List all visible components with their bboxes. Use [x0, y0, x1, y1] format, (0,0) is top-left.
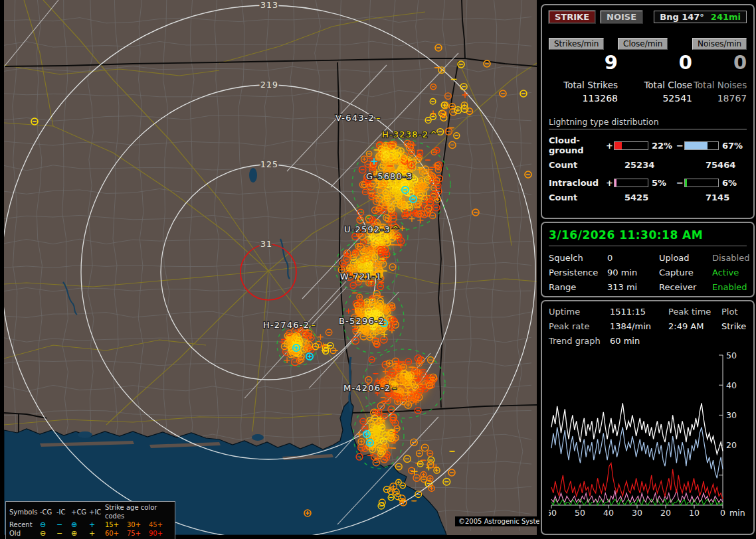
cg-minus-count: 75464 [706, 160, 735, 170]
cg-minus-pct: 67% [722, 141, 747, 151]
squelch-value: 0 [607, 253, 659, 263]
noise-mode-button[interactable]: NOISE [601, 11, 642, 23]
persistence-label: Persistence [549, 268, 607, 277]
strikes-per-min-value: 9 [549, 52, 618, 73]
bearing-range: 241mi [711, 12, 741, 22]
map-legend: Symbols -CG -IC +CG +IC Strike age color… [5, 501, 175, 539]
side-panel: STRIKE NOISE Bng 147° 241mi Strikes/min … [539, 0, 756, 539]
neg-ic-old-icon: − [56, 529, 71, 538]
legend-row-recent-label: Recent [9, 520, 40, 529]
ring-label-219: 219 [260, 80, 278, 90]
upload-status: Disabled [712, 253, 749, 263]
legend-symbols-header: Symbols [9, 508, 40, 516]
strikes-per-min-label[interactable]: Strikes/min [549, 38, 604, 50]
bearing-readout: Bng 147° 241mi [654, 11, 747, 23]
age-75: 75+ [127, 529, 149, 538]
total-noises-label: Total Noises [692, 80, 747, 90]
noises-per-min-value: 0 [692, 52, 747, 73]
trend-graph-label: Trend graph [549, 336, 610, 346]
svg-text:30: 30 [726, 410, 737, 420]
legend-col-pos-cg: +CG [71, 508, 89, 516]
cell-label-H-3238-2: H-3238-2^ [382, 129, 438, 139]
age-45: 45+ [149, 520, 169, 529]
svg-text:50: 50 [575, 508, 585, 518]
ic-minus-count: 7145 [706, 193, 729, 202]
pos-ic-recent-icon: + [89, 520, 105, 529]
total-strikes-label: Total Strikes [549, 80, 618, 90]
svg-text:20: 20 [726, 440, 737, 450]
uptime-label: Uptime [549, 307, 610, 317]
svg-text:50: 50 [726, 350, 737, 360]
range-label: Range [549, 282, 607, 292]
status-panel: 3/16/2026 11:30:18 AM Squelch 0 Upload D… [541, 222, 755, 297]
svg-text:30: 30 [632, 508, 642, 518]
plot-label: Plot [721, 307, 747, 317]
x-axis-unit: min [729, 508, 745, 518]
ic-minus-pct: 6% [722, 178, 747, 188]
map-viewport[interactable]: 31321912531V-643-2–H-3238-2^G-5680-3U-25… [4, 0, 537, 535]
cg-plus-count: 25234 [624, 160, 706, 170]
cloud-ground-label: Cloud-ground [549, 135, 606, 155]
neg-ic-recent-icon: − [56, 520, 71, 529]
copyright: ©2005 Astrogenic Systems [455, 516, 553, 526]
plus-sign: + [606, 141, 614, 151]
cloud-ground-counts: Count 25234 75464 [549, 160, 747, 170]
count-label: Count [549, 193, 624, 202]
peak-time-label: Peak time [668, 307, 721, 317]
cloud-ground-row: Cloud-ground + 22% − 67% [549, 135, 747, 155]
uptime-value: 1511:15 [610, 307, 668, 317]
ic-plus-count: 5425 [624, 193, 706, 202]
intracloud-label: Intracloud [549, 178, 606, 188]
svg-text:40: 40 [726, 380, 737, 390]
cell-label-U-2592-3: U-2592-3^ [344, 224, 400, 234]
noises-per-min-label[interactable]: Noises/min [692, 38, 747, 50]
peak-rate-label: Peak rate [549, 321, 610, 331]
close-per-min-label[interactable]: Close/min [618, 38, 668, 50]
map-svg[interactable]: 31321912531V-643-2–H-3238-2^G-5680-3U-25… [4, 0, 537, 535]
legend-col-pos-ic: +IC [89, 508, 105, 516]
capture-status: Active [712, 268, 749, 277]
cg-plus-bar [614, 141, 648, 150]
clock: 3/16/2026 11:30:18 AM [549, 228, 747, 246]
count-label: Count [549, 160, 624, 170]
peak-rate-value: 1384/min [610, 321, 668, 331]
legend-age-header: Strike age color codes [105, 503, 169, 520]
strike-mode-button[interactable]: STRIKE [549, 11, 595, 23]
svg-text:60: 60 [549, 508, 557, 518]
persistence-value: 90 min [607, 268, 659, 277]
svg-text:0: 0 [720, 508, 725, 518]
ic-plus-bar [614, 179, 648, 187]
pos-cg-old-icon: ⊕ [71, 529, 89, 538]
ring-label-125: 125 [260, 159, 278, 169]
age-60: 60+ [105, 529, 127, 538]
neg-cg-old-icon: ⊖ [40, 529, 56, 538]
range-value: 313 mi [607, 282, 659, 292]
minus-sign: − [676, 141, 684, 151]
trend-graph: 504030206050403020100min [549, 350, 747, 524]
svg-text:40: 40 [603, 508, 614, 518]
bearing-label: Bng 147° [660, 12, 704, 22]
cell-label-B-5296-2: B-5296-2 [339, 316, 385, 326]
cell-label-G-5680-3: G-5680-3 [366, 171, 413, 181]
svg-text:20: 20 [660, 508, 671, 518]
upload-label: Upload [659, 253, 712, 263]
counters-panel: STRIKE NOISE Bng 147° 241mi Strikes/min … [541, 4, 755, 219]
cg-plus-pct: 22% [652, 141, 676, 151]
age-90: 90+ [149, 529, 169, 538]
distribution-title: Lightning type distribution [549, 117, 747, 129]
trend-graph-duration: 60 min [610, 336, 668, 346]
peak-time-value: 2:49 AM [668, 321, 721, 331]
total-close-value: 52541 [618, 93, 692, 104]
intracloud-row: Intracloud + 5% − 6% [549, 178, 747, 188]
cg-minus-bar [684, 141, 719, 150]
plus-sign: + [606, 178, 614, 188]
legend-col-neg-cg: -CG [40, 508, 56, 516]
plot-value: Strike [721, 321, 747, 331]
cell-label-H-2746-2: H-2746-2– [263, 320, 316, 330]
app-window: 31321912531V-643-2–H-3238-2^G-5680-3U-25… [0, 0, 756, 539]
ic-plus-pct: 5% [652, 178, 676, 188]
intracloud-counts: Count 5425 7145 [549, 193, 747, 202]
receiver-label: Receiver [659, 282, 712, 292]
total-noises-value: 18767 [692, 93, 747, 104]
trend-panel: Uptime 1511:15 Peak time Plot Peak rate … [541, 300, 755, 535]
